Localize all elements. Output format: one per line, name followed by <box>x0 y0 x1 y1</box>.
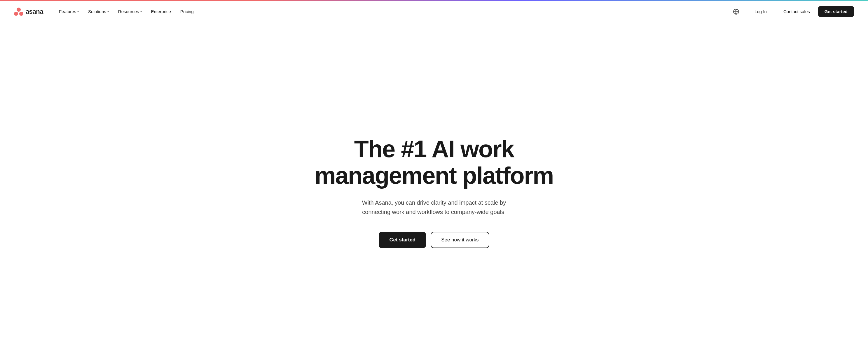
hero-get-started-button[interactable]: Get started <box>379 232 426 248</box>
logo-link[interactable]: asana <box>14 7 43 16</box>
nav-links: Features ▾ Solutions ▾ Resources ▾ Enter… <box>55 7 731 16</box>
nav-item-features[interactable]: Features ▾ <box>55 7 83 16</box>
chevron-down-icon: ▾ <box>77 10 79 13</box>
svg-point-0 <box>17 7 21 11</box>
nav-divider-2 <box>775 8 775 15</box>
logo-text: asana <box>26 8 43 15</box>
hero-see-how-button[interactable]: See how it works <box>431 232 489 248</box>
svg-point-1 <box>14 12 18 16</box>
contact-sales-button[interactable]: Contact sales <box>780 7 813 16</box>
get-started-nav-button[interactable]: Get started <box>818 6 854 17</box>
hero-subtitle: With Asana, you can drive clarity and im… <box>349 198 519 217</box>
hero-buttons: Get started See how it works <box>379 232 489 248</box>
hero-title: The #1 AI work management platform <box>303 136 565 188</box>
globe-icon <box>733 8 739 15</box>
nav-item-solutions[interactable]: Solutions ▾ <box>84 7 113 16</box>
chevron-down-icon: ▾ <box>107 10 109 13</box>
asana-logo-icon <box>14 7 23 16</box>
chevron-down-icon: ▾ <box>140 10 142 13</box>
nav-item-enterprise[interactable]: Enterprise <box>147 7 175 16</box>
hero-section: The #1 AI work management platform With … <box>0 22 868 356</box>
nav-item-pricing[interactable]: Pricing <box>176 7 198 16</box>
svg-point-2 <box>19 12 23 16</box>
nav-item-resources[interactable]: Resources ▾ <box>114 7 146 16</box>
nav-right: Log In Contact sales Get started <box>731 6 854 17</box>
language-selector-button[interactable] <box>731 6 741 17</box>
nav-divider <box>746 8 746 15</box>
navbar: asana Features ▾ Solutions ▾ Resources ▾… <box>0 1 868 22</box>
login-button[interactable]: Log In <box>751 7 770 16</box>
